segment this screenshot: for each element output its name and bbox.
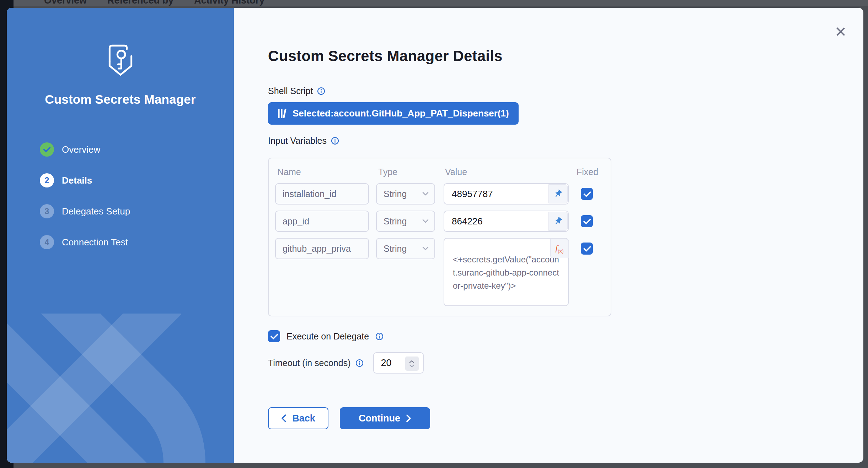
variable-name-input[interactable]: installation_id: [275, 183, 369, 205]
variable-type-value: String: [384, 189, 407, 199]
modal-content: × Custom Secrets Manager Details Shell S…: [234, 8, 863, 463]
step-complete-check-icon: [40, 142, 54, 157]
step-number: 3: [40, 204, 54, 218]
number-stepper[interactable]: [405, 357, 419, 371]
chevron-down-icon: [422, 246, 429, 251]
input-variables-label-row: Input Variables: [268, 136, 339, 146]
stepper-up-icon: [409, 360, 414, 363]
back-button[interactable]: Back: [268, 407, 328, 429]
shield-key-icon: [106, 44, 135, 77]
step-connection-test[interactable]: 4 Connection Test: [40, 235, 130, 249]
step-label: Delegates Setup: [62, 206, 130, 217]
table-row: app_id String: [269, 211, 611, 232]
variable-value-group: [444, 211, 569, 232]
timeout-row: Timeout (in seconds): [268, 352, 424, 374]
timeout-label: Timeout (in seconds): [268, 358, 351, 368]
selected-shell-script-value: Selected:account.GitHub_App_PAT_Dispense…: [293, 108, 509, 119]
execute-on-delegate-checkbox[interactable]: [268, 330, 280, 342]
stepper-down-icon: [409, 364, 414, 368]
pushpin-icon: [552, 215, 564, 228]
background-tab-bar: Overview Referenced by Activity History: [14, 0, 868, 6]
wizard-steps: Overview 2 Details 3 Delegates Setup 4 C…: [40, 142, 130, 266]
variable-name-input[interactable]: github_app_priva: [275, 238, 369, 259]
pin-fixed-value-button[interactable]: [548, 212, 568, 231]
shell-script-label: Shell Script: [268, 86, 313, 96]
background-header-bar: Overview Referenced by Activity History: [14, 0, 868, 6]
table-row: installation_id String: [269, 183, 611, 205]
info-icon[interactable]: [331, 137, 339, 145]
timeout-input-wrap: [373, 352, 424, 374]
tab-referenced-by[interactable]: Referenced by: [107, 0, 173, 6]
wizard-title: Custom Secrets Manager: [7, 92, 234, 107]
continue-button[interactable]: Continue: [340, 407, 430, 429]
column-header-name: Name: [277, 167, 301, 177]
variable-value-group: [444, 183, 569, 205]
template-library-icon: [278, 108, 287, 119]
selected-shell-script-button[interactable]: Selected:account.GitHub_App_PAT_Dispense…: [268, 102, 519, 125]
chevron-left-icon: [281, 414, 286, 422]
harness-logo-watermark: [7, 314, 234, 463]
info-icon[interactable]: [317, 87, 325, 95]
custom-secrets-manager-modal: Custom Secrets Manager Overview 2 Detail…: [7, 8, 863, 463]
column-header-value: Value: [445, 167, 467, 177]
info-icon[interactable]: [355, 359, 364, 367]
column-header-fixed: Fixed: [577, 167, 598, 177]
fixed-checkbox[interactable]: [581, 188, 593, 200]
variable-name-input[interactable]: app_id: [275, 211, 369, 232]
fixed-checkbox[interactable]: [581, 243, 593, 255]
pushpin-icon: [552, 187, 564, 200]
chevron-right-icon: [406, 414, 411, 422]
fx-icon: f(x): [556, 243, 564, 254]
step-overview[interactable]: Overview: [40, 142, 130, 157]
table-row: github_app_priva String <+secrets.getVal…: [269, 238, 611, 306]
fixed-checkbox[interactable]: [581, 215, 593, 227]
wizard-sidebar: Custom Secrets Manager Overview 2 Detail…: [7, 8, 234, 463]
expression-fx-button[interactable]: f(x): [550, 239, 569, 258]
step-number: 2: [40, 173, 54, 187]
chevron-down-icon: [422, 219, 429, 223]
execute-on-delegate-label: Execute on Delegate: [286, 331, 369, 342]
chevron-down-icon: [422, 192, 429, 196]
close-icon[interactable]: ×: [830, 21, 851, 42]
input-variables-table: Name Type Value Fixed installation_id St…: [268, 158, 611, 316]
variable-type-select[interactable]: String: [376, 183, 435, 205]
shell-script-label-row: Shell Script: [268, 86, 325, 96]
continue-button-label: Continue: [359, 413, 400, 424]
pin-fixed-value-button[interactable]: [548, 184, 568, 203]
step-label: Connection Test: [62, 237, 128, 248]
step-label: Overview: [62, 144, 100, 155]
variable-type-select[interactable]: String: [376, 211, 435, 232]
tab-activity-history[interactable]: Activity History: [194, 0, 264, 6]
execute-on-delegate-row: Execute on Delegate: [268, 330, 384, 342]
variable-type-value: String: [384, 244, 407, 254]
page-title: Custom Secrets Manager Details: [268, 48, 503, 65]
back-button-label: Back: [292, 413, 315, 424]
info-icon[interactable]: [375, 332, 384, 341]
step-label: Details: [62, 175, 92, 186]
input-variables-label: Input Variables: [268, 136, 327, 146]
tab-overview[interactable]: Overview: [44, 0, 87, 6]
step-delegates-setup[interactable]: 3 Delegates Setup: [40, 204, 130, 218]
variable-type-value: String: [384, 216, 407, 227]
step-details[interactable]: 2 Details: [40, 173, 130, 187]
column-header-type: Type: [378, 167, 397, 177]
variable-type-select[interactable]: String: [376, 238, 435, 259]
footer-actions: Back Continue: [268, 407, 430, 429]
step-number: 4: [40, 235, 54, 249]
